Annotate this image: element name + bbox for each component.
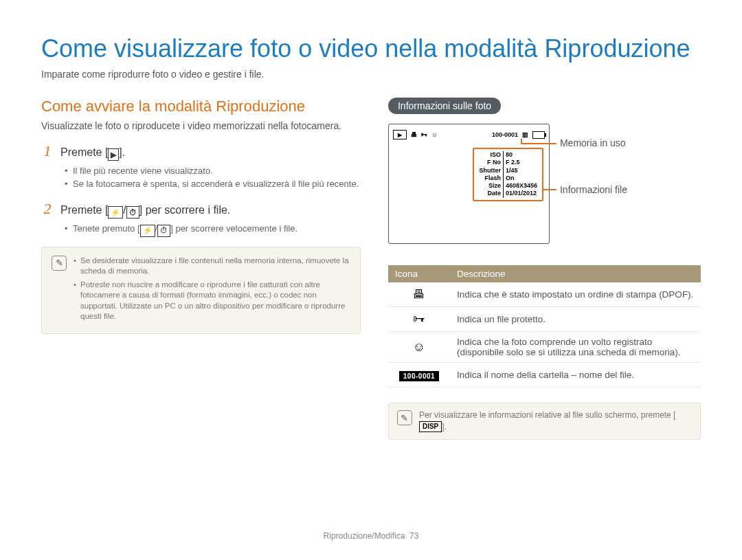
table-desc-cell: Indica il nome della cartella – nome del… (450, 363, 701, 388)
left-note-item: Potreste non riuscire a modificare o rip… (74, 280, 350, 322)
face-registered-icon: ☺ (413, 340, 425, 354)
step-1-bullet: Se la fotocamera è spenta, si accenderà … (65, 178, 361, 190)
step-2-bullets: Tenete premuto [⚡/⏱] per scorrere veloce… (65, 223, 361, 237)
right-note-box: ✎ Per visualizzare le informazioni relat… (388, 403, 701, 440)
lcd-screen: ▶ 🖶 🗝 ☺ 100-0001 ▥ ISO80 (388, 124, 550, 244)
icon-description-table: Icona Descrizione 🖶 Indica che è stato i… (388, 265, 701, 388)
left-note-item: Se desiderate visualizzare i file conten… (74, 256, 350, 277)
footer-page-number: 73 (409, 531, 418, 541)
step-1-bullet: Il file più recente viene visualizzato. (65, 165, 361, 177)
left-lead: Visualizzate le foto o riproducete i vid… (41, 120, 361, 133)
protected-icon: 🗝 (413, 312, 425, 326)
folder-file-chip: 100-0001 (399, 371, 439, 381)
print-order-icon: 🖶 (411, 131, 417, 138)
table-row: ☺ Indica che la foto comprende un volto … (388, 332, 701, 363)
memory-card-icon: ▥ (522, 131, 528, 138)
playback-button-icon: ▶ (108, 148, 119, 161)
table-row: 🗝 Indica un file protetto. (388, 307, 701, 332)
callout-line (521, 143, 556, 144)
step-1: 1 Premete [▶]. (41, 142, 361, 161)
step-1-text: Premete [▶]. (60, 146, 125, 161)
timer-right-icon: ⏱ (126, 206, 139, 219)
playback-mode-icon: ▶ (393, 130, 407, 139)
lcd-illustration: ▶ 🖶 🗝 ☺ 100-0001 ▥ ISO80 (388, 124, 701, 254)
face-mini-icon: ☺ (431, 131, 438, 138)
flash-left-icon: ⚡ (108, 206, 123, 219)
step-2: 2 Premete [⚡/⏱] per scorrere i file. (41, 200, 361, 219)
info-pill: Informazioni sulle foto (388, 98, 501, 114)
callout-line (543, 189, 556, 190)
page-intro: Imparate come riprodurre foto o video e … (41, 69, 701, 80)
battery-icon (532, 131, 545, 139)
page-title: Come visualizzare foto o video nella mod… (41, 34, 701, 63)
left-note-box: ✎ Se desiderate visualizzare i file cont… (41, 247, 361, 334)
page-footer: Riproduzione/Modifica 73 (0, 531, 742, 541)
right-column: Informazioni sulle foto ▶ 🖶 🗝 ☺ 100-0001… (388, 98, 701, 440)
folder-file-label: 100-0001 (492, 131, 518, 138)
callout-file-info: Informazioni file (560, 184, 627, 195)
print-icon: 🖶 (413, 287, 425, 301)
step-1-number: 1 (41, 142, 54, 160)
left-subheading: Come avviare la modalità Riproduzione (41, 98, 361, 115)
protect-mini-icon: 🗝 (421, 131, 427, 138)
step-2-text: Premete [⚡/⏱] per scorrere i file. (60, 204, 230, 219)
table-head-icon: Icona (388, 265, 450, 282)
flash-left-icon: ⚡ (140, 225, 155, 237)
note-icon: ✎ (52, 256, 67, 271)
footer-section: Riproduzione/Modifica (324, 531, 405, 541)
table-desc-cell: Indica un file protetto. (450, 307, 701, 332)
table-head-desc: Descrizione (450, 265, 701, 282)
step-2-number: 2 (41, 200, 54, 218)
right-note-text: Per visualizzare le informazioni relativ… (419, 410, 692, 432)
disp-button-icon: DISP (419, 421, 442, 432)
file-info-box: ISO80 F NoF 2.5 Shutter1/45 FlashOn Size… (473, 148, 543, 201)
step-2-bullet: Tenete premuto [⚡/⏱] per scorrere veloce… (65, 223, 361, 237)
table-desc-cell: Indica che la foto comprende un volto re… (450, 332, 701, 363)
timer-right-icon: ⏱ (157, 225, 170, 237)
left-column: Come avviare la modalità Riproduzione Vi… (41, 98, 361, 440)
step-1-bullets: Il file più recente viene visualizzato. … (65, 165, 361, 190)
callout-memory: Memoria in uso (560, 137, 626, 148)
note-icon: ✎ (397, 410, 412, 425)
table-row: 100-0001 Indica il nome della cartella –… (388, 363, 701, 388)
left-note-list: Se desiderate visualizzare i file conten… (74, 256, 350, 325)
table-row: 🖶 Indica che è stato impostato un ordine… (388, 282, 701, 307)
table-desc-cell: Indica che è stato impostato un ordine d… (450, 282, 701, 307)
